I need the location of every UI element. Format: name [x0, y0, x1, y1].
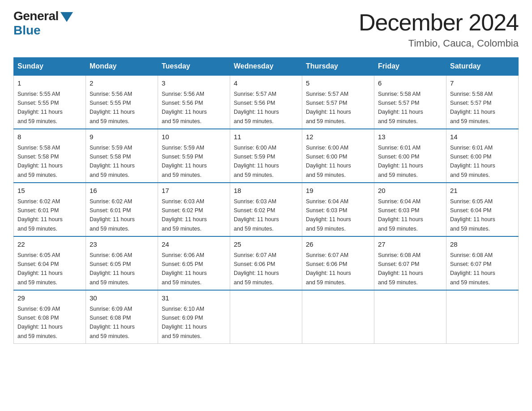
calendar-week-row: 8Sunrise: 5:58 AMSunset: 5:58 PMDaylight…	[14, 129, 519, 183]
calendar-table: SundayMondayTuesdayWednesdayThursdayFrid…	[13, 57, 519, 344]
calendar-day-cell: 14Sunrise: 6:01 AMSunset: 6:00 PMDayligh…	[446, 129, 519, 183]
day-info: Sunrise: 6:07 AMSunset: 6:06 PMDaylight:…	[306, 252, 351, 286]
calendar-day-cell: 20Sunrise: 6:04 AMSunset: 6:03 PMDayligh…	[374, 183, 446, 236]
day-info: Sunrise: 5:56 AMSunset: 5:55 PMDaylight:…	[90, 91, 135, 124]
day-number: 7	[450, 78, 515, 89]
day-number: 15	[17, 186, 82, 196]
calendar-day-cell: 31Sunrise: 6:10 AMSunset: 6:09 PMDayligh…	[158, 290, 230, 344]
calendar-header-row: SundayMondayTuesdayWednesdayThursdayFrid…	[14, 58, 519, 76]
calendar-day-cell: 17Sunrise: 6:03 AMSunset: 6:02 PMDayligh…	[158, 183, 230, 236]
calendar-day-cell	[302, 290, 374, 344]
day-info: Sunrise: 5:58 AMSunset: 5:57 PMDaylight:…	[378, 91, 423, 124]
calendar-day-cell	[230, 290, 302, 344]
day-number: 17	[162, 186, 226, 196]
calendar-header-saturday: Saturday	[446, 58, 519, 76]
calendar-day-cell: 25Sunrise: 6:07 AMSunset: 6:06 PMDayligh…	[230, 236, 302, 290]
day-info: Sunrise: 6:09 AMSunset: 6:08 PMDaylight:…	[17, 306, 63, 339]
day-number: 30	[90, 293, 154, 304]
day-info: Sunrise: 6:07 AMSunset: 6:06 PMDaylight:…	[234, 252, 279, 286]
day-number: 23	[90, 240, 154, 250]
calendar-day-cell: 27Sunrise: 6:08 AMSunset: 6:07 PMDayligh…	[374, 236, 446, 290]
day-number: 14	[450, 132, 515, 142]
calendar-day-cell: 7Sunrise: 5:58 AMSunset: 5:57 PMDaylight…	[446, 75, 519, 129]
day-info: Sunrise: 6:00 AMSunset: 5:59 PMDaylight:…	[234, 145, 279, 178]
day-info: Sunrise: 6:08 AMSunset: 6:07 PMDaylight:…	[378, 252, 423, 286]
calendar-day-cell: 5Sunrise: 5:57 AMSunset: 5:57 PMDaylight…	[302, 75, 374, 129]
day-info: Sunrise: 6:08 AMSunset: 6:07 PMDaylight:…	[450, 252, 495, 286]
calendar-day-cell: 24Sunrise: 6:06 AMSunset: 6:05 PMDayligh…	[158, 236, 230, 290]
logo-blue-text: Blue	[13, 23, 41, 38]
calendar-day-cell: 4Sunrise: 5:57 AMSunset: 5:56 PMDaylight…	[230, 75, 302, 129]
day-number: 19	[306, 186, 370, 196]
calendar-day-cell: 28Sunrise: 6:08 AMSunset: 6:07 PMDayligh…	[446, 236, 519, 290]
calendar-header-sunday: Sunday	[14, 58, 86, 76]
day-info: Sunrise: 5:59 AMSunset: 5:59 PMDaylight:…	[162, 145, 207, 178]
day-info: Sunrise: 6:02 AMSunset: 6:01 PMDaylight:…	[17, 198, 63, 232]
calendar-day-cell: 12Sunrise: 6:00 AMSunset: 6:00 PMDayligh…	[302, 129, 374, 183]
calendar-day-cell: 22Sunrise: 6:05 AMSunset: 6:04 PMDayligh…	[14, 236, 86, 290]
calendar-day-cell: 8Sunrise: 5:58 AMSunset: 5:58 PMDaylight…	[14, 129, 86, 183]
day-number: 25	[234, 240, 298, 250]
day-number: 20	[378, 186, 442, 196]
calendar-header-thursday: Thursday	[302, 58, 374, 76]
day-info: Sunrise: 5:57 AMSunset: 5:57 PMDaylight:…	[306, 91, 351, 124]
calendar-week-row: 29Sunrise: 6:09 AMSunset: 6:08 PMDayligh…	[14, 290, 519, 344]
day-info: Sunrise: 5:58 AMSunset: 5:58 PMDaylight:…	[17, 145, 63, 178]
calendar-header-tuesday: Tuesday	[158, 58, 230, 76]
calendar-day-cell: 3Sunrise: 5:56 AMSunset: 5:56 PMDaylight…	[158, 75, 230, 129]
day-info: Sunrise: 6:10 AMSunset: 6:09 PMDaylight:…	[162, 306, 207, 339]
day-number: 5	[306, 78, 370, 89]
day-info: Sunrise: 5:58 AMSunset: 5:57 PMDaylight:…	[450, 91, 495, 124]
day-info: Sunrise: 6:00 AMSunset: 6:00 PMDaylight:…	[306, 145, 351, 178]
day-number: 13	[378, 132, 442, 142]
day-info: Sunrise: 6:03 AMSunset: 6:02 PMDaylight:…	[234, 198, 279, 232]
calendar-day-cell: 30Sunrise: 6:09 AMSunset: 6:08 PMDayligh…	[86, 290, 158, 344]
calendar-day-cell: 1Sunrise: 5:55 AMSunset: 5:55 PMDaylight…	[14, 75, 86, 129]
calendar-week-row: 15Sunrise: 6:02 AMSunset: 6:01 PMDayligh…	[14, 183, 519, 236]
day-number: 4	[234, 78, 298, 89]
day-info: Sunrise: 6:05 AMSunset: 6:04 PMDaylight:…	[17, 252, 63, 286]
day-number: 31	[162, 293, 226, 304]
day-number: 11	[234, 132, 298, 142]
day-number: 1	[17, 78, 82, 89]
day-info: Sunrise: 6:04 AMSunset: 6:03 PMDaylight:…	[306, 198, 351, 232]
calendar-day-cell	[446, 290, 519, 344]
calendar-day-cell: 19Sunrise: 6:04 AMSunset: 6:03 PMDayligh…	[302, 183, 374, 236]
calendar-day-cell	[374, 290, 446, 344]
day-number: 6	[378, 78, 442, 89]
calendar-day-cell: 15Sunrise: 6:02 AMSunset: 6:01 PMDayligh…	[14, 183, 86, 236]
calendar-day-cell: 11Sunrise: 6:00 AMSunset: 5:59 PMDayligh…	[230, 129, 302, 183]
calendar-header-monday: Monday	[86, 58, 158, 76]
calendar-week-row: 22Sunrise: 6:05 AMSunset: 6:04 PMDayligh…	[14, 236, 519, 290]
calendar-day-cell: 10Sunrise: 5:59 AMSunset: 5:59 PMDayligh…	[158, 129, 230, 183]
calendar-day-cell: 23Sunrise: 6:06 AMSunset: 6:05 PMDayligh…	[86, 236, 158, 290]
calendar-day-cell: 29Sunrise: 6:09 AMSunset: 6:08 PMDayligh…	[14, 290, 86, 344]
day-info: Sunrise: 6:03 AMSunset: 6:02 PMDaylight:…	[162, 198, 207, 232]
day-number: 24	[162, 240, 226, 250]
day-number: 21	[450, 186, 515, 196]
title-block: December 2024 Timbio, Cauca, Colombia	[359, 9, 519, 49]
day-info: Sunrise: 6:05 AMSunset: 6:04 PMDaylight:…	[450, 198, 495, 232]
day-number: 26	[306, 240, 370, 250]
day-info: Sunrise: 6:01 AMSunset: 6:00 PMDaylight:…	[378, 145, 423, 178]
calendar-week-row: 1Sunrise: 5:55 AMSunset: 5:55 PMDaylight…	[14, 75, 519, 129]
day-info: Sunrise: 6:09 AMSunset: 6:08 PMDaylight:…	[90, 306, 135, 339]
day-number: 18	[234, 186, 298, 196]
page-header: General Blue December 2024 Timbio, Cauca…	[13, 9, 519, 49]
calendar-day-cell: 18Sunrise: 6:03 AMSunset: 6:02 PMDayligh…	[230, 183, 302, 236]
day-info: Sunrise: 6:04 AMSunset: 6:03 PMDaylight:…	[378, 198, 423, 232]
location-title: Timbio, Cauca, Colombia	[359, 38, 519, 49]
day-info: Sunrise: 5:56 AMSunset: 5:56 PMDaylight:…	[162, 91, 207, 124]
day-number: 28	[450, 240, 515, 250]
calendar-day-cell: 26Sunrise: 6:07 AMSunset: 6:06 PMDayligh…	[302, 236, 374, 290]
day-info: Sunrise: 5:57 AMSunset: 5:56 PMDaylight:…	[234, 91, 279, 124]
calendar-header-friday: Friday	[374, 58, 446, 76]
calendar-day-cell: 2Sunrise: 5:56 AMSunset: 5:55 PMDaylight…	[86, 75, 158, 129]
calendar-header-wednesday: Wednesday	[230, 58, 302, 76]
calendar-day-cell: 13Sunrise: 6:01 AMSunset: 6:00 PMDayligh…	[374, 129, 446, 183]
day-number: 8	[17, 132, 82, 142]
day-number: 22	[17, 240, 82, 250]
day-info: Sunrise: 6:02 AMSunset: 6:01 PMDaylight:…	[90, 198, 135, 232]
logo-general-text: General	[13, 9, 59, 23]
month-title: December 2024	[359, 9, 519, 36]
